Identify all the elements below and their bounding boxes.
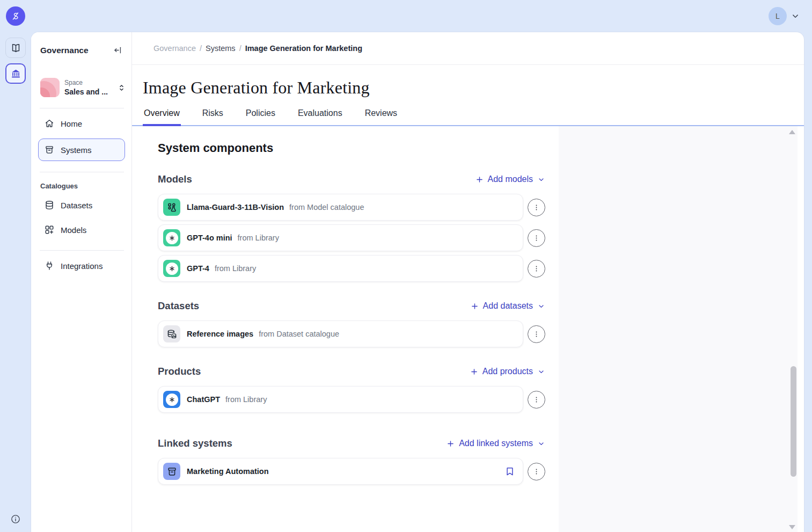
chevron-down-icon <box>791 11 800 21</box>
section-title: Models <box>158 173 192 185</box>
divider <box>40 172 124 172</box>
card-gpt-4o-mini[interactable]: GPT-4o minifrom Library <box>158 224 523 251</box>
sidebar-item-label: Datasets <box>61 201 92 210</box>
tab-bar: OverviewRisksPoliciesEvaluationsReviews <box>132 108 804 126</box>
tab-evaluations[interactable]: Evaluations <box>297 108 343 125</box>
ellipsis-vertical-icon <box>532 467 541 476</box>
breadcrumb-item-image-generation-for-marketing: Image Generation for Marketing <box>245 44 362 53</box>
divider <box>40 108 124 108</box>
breadcrumb-separator: / <box>200 44 202 53</box>
ellipsis-vertical-icon <box>532 264 541 273</box>
plug-icon <box>44 260 55 271</box>
tab-overview[interactable]: Overview <box>143 108 181 125</box>
page-title: Image Generation for Marketing <box>143 78 370 98</box>
add-button-label: Add products <box>482 367 533 376</box>
systems-box-icon <box>44 144 55 155</box>
section-products: ProductsAdd productsChatGPTfrom Library <box>158 366 545 413</box>
tab-reviews[interactable]: Reviews <box>364 108 398 125</box>
section-title: Linked systems <box>158 438 232 449</box>
collapse-sidebar-icon[interactable] <box>113 45 123 55</box>
models-grid-icon <box>44 224 55 235</box>
scroll-up-button[interactable] <box>789 130 795 134</box>
brand-logo-icon <box>10 10 21 22</box>
card-menu-button[interactable] <box>528 463 545 480</box>
openai-logo-icon <box>163 391 180 408</box>
space-selector[interactable]: Space Sales and ... <box>40 78 126 97</box>
user-menu[interactable]: L <box>769 7 800 25</box>
library-rail-button[interactable] <box>5 38 26 58</box>
ellipsis-vertical-icon <box>532 395 541 404</box>
chevron-down-icon <box>537 368 545 376</box>
space-label: Space <box>64 79 112 86</box>
sidebar-section-label: Catalogues <box>40 182 131 190</box>
add-datasets-button[interactable]: Add datasets <box>470 301 545 311</box>
section-models: ModelsAdd modelsLlama-Guard-3-11B-Vision… <box>158 173 545 282</box>
plus-icon <box>470 302 479 311</box>
home-icon <box>44 118 55 129</box>
add-button-label: Add datasets <box>483 301 533 311</box>
card-marketing-automation[interactable]: Marketing Automation <box>158 458 523 485</box>
breadcrumb-separator: / <box>239 44 242 53</box>
card-menu-button[interactable] <box>528 325 545 343</box>
card-title: Marketing Automation <box>187 467 269 476</box>
space-name: Sales and ... <box>64 88 112 96</box>
add-linked-systems-button[interactable]: Add linked systems <box>446 439 545 448</box>
sidebar-item-datasets[interactable]: Datasets <box>38 195 125 215</box>
section-datasets: DatasetsAdd datasetsReference imagesfrom… <box>158 300 545 347</box>
card-title: ChatGPT <box>187 395 220 404</box>
brand-logo[interactable] <box>6 6 25 26</box>
bank-icon <box>10 68 21 79</box>
sidebar-item-label: Integrations <box>61 261 103 271</box>
section-heading: System components <box>158 141 559 155</box>
info-icon[interactable] <box>10 514 21 524</box>
tab-risks[interactable]: Risks <box>201 108 224 125</box>
plus-icon <box>446 439 455 448</box>
card-menu-button[interactable] <box>528 199 545 216</box>
card-menu-button[interactable] <box>528 391 545 409</box>
ellipsis-vertical-icon <box>532 203 541 212</box>
sidebar-item-label: Models <box>61 225 86 235</box>
chevron-down-icon <box>537 440 545 448</box>
ellipsis-vertical-icon <box>532 234 541 243</box>
card-menu-button[interactable] <box>528 260 545 278</box>
tab-policies[interactable]: Policies <box>245 108 276 125</box>
breadcrumb: Governance/Systems/Image Generation for … <box>132 32 804 65</box>
sidebar-item-label: Systems <box>61 145 92 155</box>
system-components-column: System components ModelsAdd modelsLlama-… <box>132 126 559 532</box>
sidebar-item-integrations[interactable]: Integrations <box>38 256 125 275</box>
scrollbar-thumb[interactable] <box>791 366 796 477</box>
title-dropdown-chevron-icon[interactable] <box>378 85 389 96</box>
avatar[interactable]: L <box>769 7 787 25</box>
card-reference-images[interactable]: Reference imagesfrom Dataset catalogue <box>158 320 523 347</box>
card-gpt-4[interactable]: GPT-4from Library <box>158 255 523 282</box>
sidebar-title: Governance <box>40 46 89 55</box>
space-avatar <box>40 78 60 97</box>
app-rail <box>0 32 31 532</box>
card-llama-guard-3-11b-vision[interactable]: Llama-Guard-3-11B-Visionfrom Model catal… <box>158 194 523 221</box>
unfold-icon <box>117 83 126 92</box>
plus-icon <box>475 175 484 184</box>
breadcrumb-item-systems[interactable]: Systems <box>206 44 236 53</box>
section-title: Products <box>158 366 201 377</box>
card-source: from Library <box>238 234 279 242</box>
sidebar-item-models[interactable]: Models <box>38 220 125 239</box>
component-row: ChatGPTfrom Library <box>158 386 545 413</box>
sidebar-item-home[interactable]: Home <box>38 114 125 133</box>
component-row: GPT-4from Library <box>158 255 545 282</box>
details-panel <box>559 126 798 532</box>
add-models-button[interactable]: Add models <box>475 174 546 184</box>
sidebar-item-systems[interactable]: Systems <box>38 139 125 161</box>
component-row: Llama-Guard-3-11B-Visionfrom Model catal… <box>158 194 545 221</box>
breadcrumb-item-governance[interactable]: Governance <box>153 44 196 53</box>
database-icon <box>44 200 55 210</box>
add-products-button[interactable]: Add products <box>470 367 545 376</box>
governance-rail-button[interactable] <box>5 63 26 84</box>
main-panel: Governance/Systems/Image Generation for … <box>132 32 804 532</box>
card-menu-button[interactable] <box>528 229 545 247</box>
card-chatgpt[interactable]: ChatGPTfrom Library <box>158 386 523 413</box>
scroll-down-button[interactable] <box>789 525 795 529</box>
openai-logo-icon <box>163 260 180 277</box>
plus-icon <box>470 367 479 376</box>
bookmark-icon[interactable] <box>504 466 515 477</box>
section-linked-systems: Linked systemsAdd linked systemsMarketin… <box>158 438 545 485</box>
